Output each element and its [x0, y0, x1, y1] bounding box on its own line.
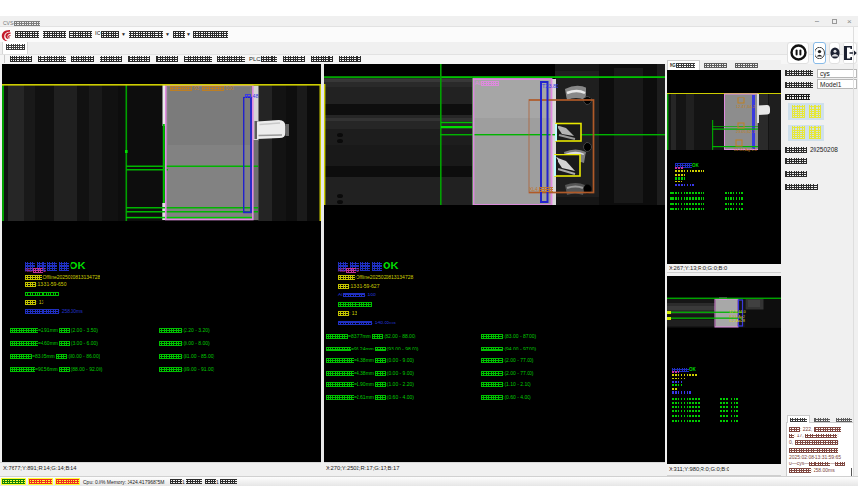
svg-text:12.47,34.2: 12.47,34.2	[736, 104, 756, 109]
svg-text:22.41,Ag:1.0: 22.41,Ag:1.0	[734, 147, 757, 152]
svg-text:6.2,Ag28: 6.2,Ag28	[729, 318, 746, 322]
svg-text:23.05,62.1: 23.05,62.1	[736, 129, 756, 134]
